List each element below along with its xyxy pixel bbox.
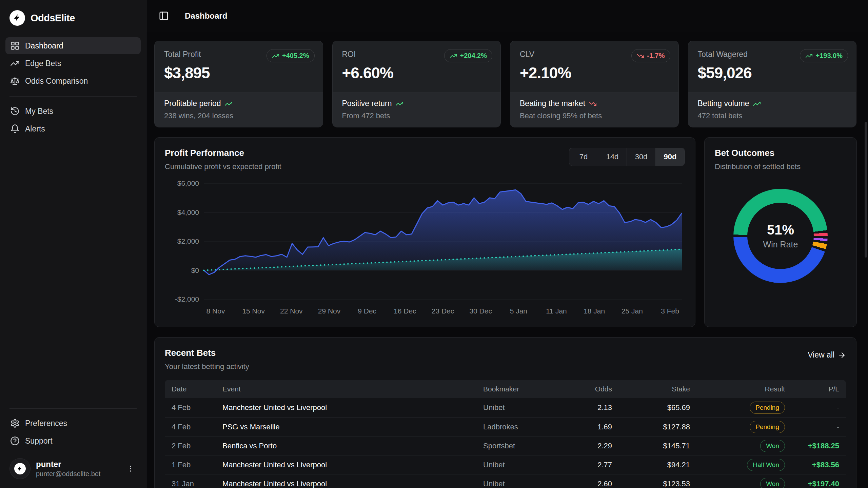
sidebar-item-odds-comparison[interactable]: Odds Comparison xyxy=(5,73,141,89)
nav-main: DashboardEdge BetsOdds Comparison xyxy=(0,35,146,93)
bell-icon xyxy=(10,124,20,134)
result-badge: Won xyxy=(760,440,785,452)
sidebar-item-edge-bets[interactable]: Edge Bets xyxy=(5,55,141,72)
bet-odds: 2.29 xyxy=(561,442,619,450)
svg-text:11 Jan: 11 Jan xyxy=(546,307,567,315)
sidebar-item-preferences[interactable]: Preferences xyxy=(5,415,141,432)
svg-text:22 Nov: 22 Nov xyxy=(280,307,303,315)
bet-odds: 2.60 xyxy=(561,480,619,488)
main-area: Dashboard Total Profit +405.2% $3,895 Pr… xyxy=(146,0,868,488)
stat-change-badge: +405.2% xyxy=(267,49,315,62)
history-icon xyxy=(10,106,20,116)
result-badge: Pending xyxy=(750,421,785,433)
bet-odds: 1.69 xyxy=(561,423,619,431)
bet-event: Manchester United vs Liverpool xyxy=(216,480,476,488)
nav-label: Support xyxy=(25,436,53,446)
stat-change: +204.2% xyxy=(460,52,487,60)
nav-label: My Bets xyxy=(25,107,53,116)
recent-bets-card: Recent Bets Your latest betting activity… xyxy=(154,337,856,488)
range-button-14d[interactable]: 14d xyxy=(598,148,627,166)
svg-text:15 Nov: 15 Nov xyxy=(242,307,265,315)
table-row: 4 Feb PSG vs Marseille Ladbrokes 1.69 $1… xyxy=(165,417,846,436)
table-row: 4 Feb Manchester United vs Liverpool Uni… xyxy=(165,398,846,417)
time-range-group: 7d14d30d90d xyxy=(569,148,685,166)
sidebar-item-my-bets[interactable]: My Bets xyxy=(5,103,141,120)
scrollbar-thumb[interactable] xyxy=(865,122,867,258)
brand-logo-icon xyxy=(9,10,25,26)
table-row: 31 Jan Manchester United vs Liverpool Un… xyxy=(165,474,846,488)
win-rate-label: Win Rate xyxy=(763,240,798,249)
column-header-bookmaker: Bookmaker xyxy=(476,385,561,393)
bet-date: 2 Feb xyxy=(165,442,216,450)
nav-label: Dashboard xyxy=(25,41,63,50)
topbar: Dashboard xyxy=(146,0,868,32)
svg-text:5 Jan: 5 Jan xyxy=(510,307,527,315)
bet-result: Half Won xyxy=(697,459,792,471)
stat-footer-title: Beating the market xyxy=(520,99,585,108)
bet-date: 4 Feb xyxy=(165,403,216,412)
trending-down-icon xyxy=(589,100,597,108)
column-header-event: Event xyxy=(216,385,476,393)
bet-stake: $94.21 xyxy=(619,461,697,469)
nav-secondary: My BetsAlerts xyxy=(0,100,146,141)
topbar-divider xyxy=(178,12,178,20)
stat-card-total-wagered: Total Wagered +193.0% $59,026 Betting vo… xyxy=(688,41,857,127)
bet-outcomes-card: Bet Outcomes Distribution of settled bet… xyxy=(704,137,857,327)
nav-divider xyxy=(9,408,137,409)
bet-stake: $123.53 xyxy=(619,480,697,488)
stat-card-clv: CLV -1.7% +2.10% Beating the market Beat… xyxy=(510,41,679,127)
range-button-30d[interactable]: 30d xyxy=(627,148,656,166)
stat-change: -1.7% xyxy=(647,52,665,60)
svg-text:$6,000: $6,000 xyxy=(177,179,199,187)
stat-footer-sub: Beat closing 95% of bets xyxy=(520,111,669,120)
stat-footer: Positive return From 472 bets xyxy=(333,93,501,127)
nav-footer: PreferencesSupport xyxy=(0,412,146,453)
help-circle-icon xyxy=(10,436,20,446)
sidebar-item-support[interactable]: Support xyxy=(5,432,141,449)
bet-pl: - xyxy=(792,403,846,412)
sidebar-item-dashboard[interactable]: Dashboard xyxy=(5,37,141,54)
bet-result: Won xyxy=(697,440,792,452)
bet-result: Won xyxy=(697,478,792,488)
stat-footer-sub: 472 total bets xyxy=(698,111,847,120)
stat-footer-sub: From 472 bets xyxy=(342,111,491,120)
sidebar-toggle-icon[interactable] xyxy=(157,9,171,23)
nav-label: Preferences xyxy=(25,419,67,428)
bet-bookmaker: Unibet xyxy=(476,480,561,488)
layout-grid-icon xyxy=(10,41,20,50)
column-header-stake: Stake xyxy=(619,385,697,393)
column-header-odds: Odds xyxy=(561,385,619,393)
sidebar-item-alerts[interactable]: Alerts xyxy=(5,120,141,137)
stat-value: $3,895 xyxy=(164,64,313,82)
bet-result: Pending xyxy=(697,421,792,433)
chart-subtitle: Cumulative profit vs expected profit xyxy=(165,162,281,171)
svg-text:29 Nov: 29 Nov xyxy=(318,307,341,315)
stat-change: +193.0% xyxy=(815,52,843,60)
stat-footer: Beating the market Beat closing 95% of b… xyxy=(510,93,678,127)
more-vertical-icon[interactable] xyxy=(124,463,137,475)
stat-value: $59,026 xyxy=(698,64,847,82)
gear-icon xyxy=(10,419,20,428)
bet-stake: $65.69 xyxy=(619,403,697,412)
range-button-7d[interactable]: 7d xyxy=(569,148,598,166)
result-badge: Won xyxy=(760,478,785,488)
sidebar: OddsElite DashboardEdge BetsOdds Compari… xyxy=(0,0,146,488)
bet-pl: - xyxy=(792,423,846,431)
svg-text:8 Nov: 8 Nov xyxy=(206,307,225,315)
bet-date: 1 Feb xyxy=(165,461,216,469)
bet-date: 4 Feb xyxy=(165,423,216,431)
bet-event: Manchester United vs Liverpool xyxy=(216,403,476,412)
view-all-link[interactable]: View all xyxy=(808,350,846,360)
user-menu[interactable]: punter punter@oddselite.bet xyxy=(0,453,146,488)
bet-pl: +$188.25 xyxy=(792,442,846,450)
range-button-90d[interactable]: 90d xyxy=(656,148,685,166)
svg-text:3 Feb: 3 Feb xyxy=(661,307,679,315)
svg-text:30 Dec: 30 Dec xyxy=(469,307,492,315)
stat-value: +2.10% xyxy=(520,64,669,82)
bet-pl: +$83.56 xyxy=(792,461,846,469)
bet-odds: 2.13 xyxy=(561,403,619,412)
svg-text:18 Jan: 18 Jan xyxy=(584,307,605,315)
stat-cards: Total Profit +405.2% $3,895 Profitable p… xyxy=(154,41,856,127)
bet-bookmaker: Sportsbet xyxy=(476,442,561,450)
svg-text:23 Dec: 23 Dec xyxy=(432,307,454,315)
